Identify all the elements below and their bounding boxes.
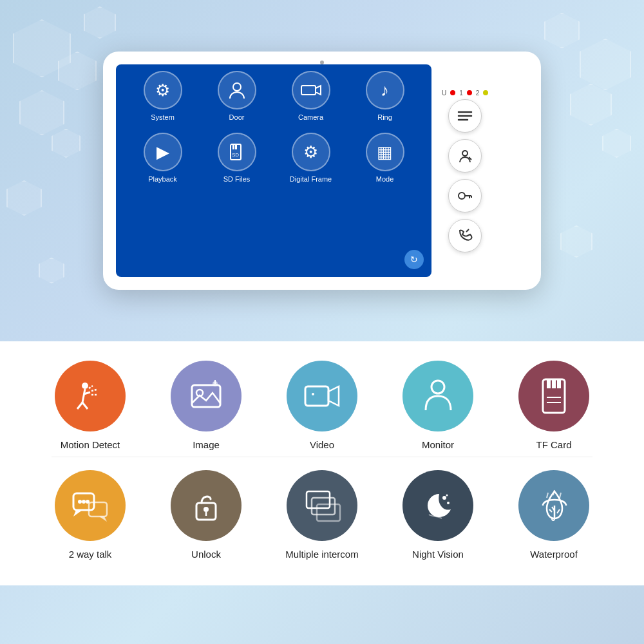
- svg-line-61: [560, 493, 561, 498]
- app-playback[interactable]: ▶ Playback: [129, 133, 196, 183]
- 2way-talk-label: 2 way talk: [69, 549, 112, 560]
- menu-button[interactable]: [448, 99, 482, 133]
- app-sd-files[interactable]: SD SD Files: [203, 133, 270, 183]
- refresh-button[interactable]: ↻: [404, 250, 424, 269]
- night-vision-label: Night Vision: [412, 549, 464, 560]
- digital-frame-label: Digital Frame: [290, 175, 332, 183]
- device-section: ⚙ System Door: [0, 0, 644, 341]
- svg-line-16: [466, 229, 469, 232]
- door-icon: [218, 71, 256, 109]
- power-indicator: [450, 90, 455, 95]
- svg-rect-5: [235, 144, 237, 149]
- svg-line-23: [91, 390, 97, 391]
- feature-monitor: Monitor: [380, 361, 496, 450]
- svg-rect-35: [552, 379, 556, 388]
- sd-icon: SD: [218, 133, 256, 171]
- power-label: U: [442, 90, 446, 97]
- image-label: Image: [193, 439, 220, 450]
- svg-rect-4: [232, 144, 234, 149]
- feature-image: Image: [148, 361, 264, 450]
- feature-video: Video: [264, 361, 380, 450]
- svg-rect-49: [307, 491, 330, 508]
- svg-line-22: [89, 386, 93, 388]
- svg-line-57: [557, 509, 560, 513]
- monitor-icon: [402, 361, 473, 431]
- svg-line-20: [82, 402, 88, 409]
- app-door[interactable]: Door: [203, 71, 270, 121]
- system-icon: ⚙: [144, 71, 182, 109]
- video-icon: [287, 361, 357, 431]
- svg-line-19: [77, 402, 82, 409]
- key-button[interactable]: [448, 179, 482, 213]
- image-icon: [171, 361, 242, 431]
- camera-label: Camera: [298, 113, 323, 121]
- ch2-label: 2: [476, 90, 480, 97]
- unlock-label: Unlock: [191, 549, 221, 560]
- app-system[interactable]: ⚙ System: [129, 71, 196, 121]
- waterproof-label: Waterproof: [530, 549, 578, 560]
- feature-multiple-intercom: Multiple intercom: [264, 470, 380, 560]
- app-mode[interactable]: ▦ Mode: [351, 133, 419, 183]
- feature-tf-card: TF Card: [496, 361, 612, 450]
- feature-unlock: Unlock: [148, 470, 264, 560]
- indicator-row: U 1 2: [442, 90, 488, 97]
- mode-icon: ▦: [366, 133, 404, 171]
- svg-rect-36: [557, 379, 561, 388]
- svg-rect-1: [301, 86, 316, 95]
- svg-point-41: [78, 500, 82, 504]
- multiple-intercom-icon: [287, 470, 357, 541]
- unlock-icon: [171, 470, 242, 541]
- feature-motion-detect: Motion Detect: [32, 361, 148, 450]
- tf-card-icon: [518, 361, 589, 431]
- digital-frame-icon: ⚙: [292, 133, 330, 171]
- feature-2way-talk: 2 way talk: [32, 470, 148, 560]
- app-digital-frame[interactable]: ⚙ Digital Frame: [277, 133, 345, 183]
- tf-card-label: TF Card: [536, 439, 571, 450]
- ch2-indicator: [483, 90, 488, 95]
- svg-point-0: [233, 83, 241, 91]
- feature-row-1: Motion Detect Image: [13, 361, 631, 450]
- svg-line-55: [549, 509, 552, 512]
- intercom-button[interactable]: [448, 219, 482, 252]
- svg-point-32: [431, 381, 444, 393]
- svg-line-59: [547, 493, 548, 498]
- device: ⚙ System Door: [103, 52, 541, 290]
- playback-icon: ▶: [144, 133, 182, 171]
- app-grid: ⚙ System Door: [116, 64, 431, 189]
- svg-marker-2: [316, 86, 321, 95]
- video-label: Video: [310, 439, 334, 450]
- ring-label: Ring: [377, 113, 392, 121]
- feature-night-vision: Night Vision: [380, 470, 496, 560]
- 2way-talk-icon: [55, 470, 126, 541]
- device-screen: ⚙ System Door: [116, 64, 431, 277]
- svg-rect-25: [192, 385, 220, 407]
- svg-point-17: [82, 383, 88, 389]
- svg-rect-34: [547, 379, 551, 388]
- svg-point-42: [82, 500, 86, 504]
- svg-rect-51: [317, 504, 340, 521]
- svg-point-12: [459, 193, 465, 199]
- night-vision-icon: [402, 470, 473, 541]
- ch1-label: 1: [459, 90, 463, 97]
- sd-files-label: SD Files: [223, 175, 251, 183]
- svg-point-31: [312, 393, 314, 395]
- svg-point-47: [204, 507, 209, 512]
- divider: [52, 457, 592, 457]
- ch1-indicator: [467, 90, 472, 95]
- feature-row-2: 2 way talk Unlock Multipl: [13, 470, 631, 560]
- svg-point-53: [447, 502, 450, 504]
- svg-line-60: [553, 490, 554, 495]
- app-ring[interactable]: ♪ Ring: [351, 71, 419, 121]
- monitor-label: Monitor: [422, 439, 454, 450]
- ring-icon: ♪: [366, 71, 404, 109]
- svg-marker-30: [328, 386, 339, 406]
- app-camera[interactable]: Camera: [277, 71, 345, 121]
- svg-rect-29: [305, 386, 328, 406]
- features-section: Motion Detect Image: [0, 341, 644, 585]
- waterproof-icon: [518, 470, 589, 541]
- svg-rect-50: [312, 498, 335, 515]
- system-label: System: [151, 113, 175, 121]
- feature-waterproof: Waterproof: [496, 470, 612, 560]
- mode-label: Mode: [376, 175, 394, 183]
- user-button[interactable]: [448, 139, 482, 173]
